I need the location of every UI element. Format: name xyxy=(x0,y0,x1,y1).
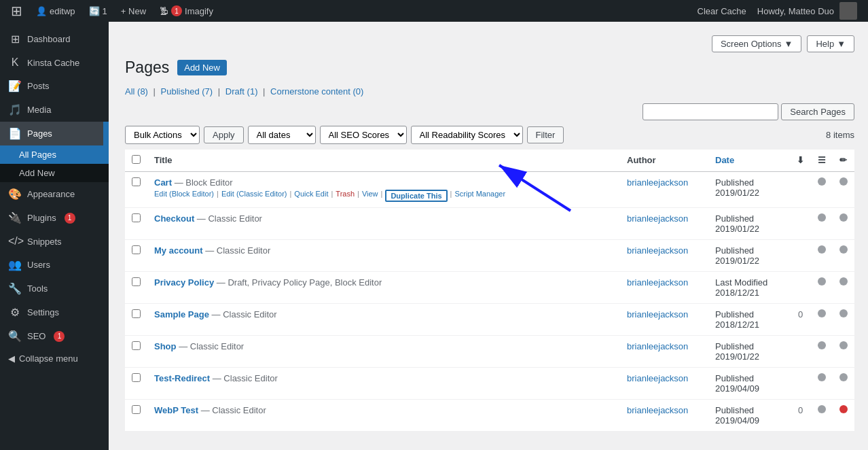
date-cell: Published2019/01/22 xyxy=(708,207,790,239)
sidebar-item-dashboard[interactable]: ⊞ Dashboard xyxy=(0,27,109,51)
title-cell: Checkout — Classic Editor xyxy=(147,207,620,239)
table-row: Shop — Classic EditorbrianleejacksonPubl… xyxy=(125,335,854,367)
sidebar-media-label: Media xyxy=(27,105,51,115)
filter-cornerstone[interactable]: Cornerstone content (0) xyxy=(270,86,363,97)
sidebar-item-add-new-page[interactable]: Add New xyxy=(0,164,109,182)
author-link-0[interactable]: brianleejackson xyxy=(627,177,688,188)
dot1-cell xyxy=(811,207,833,239)
add-new-button[interactable]: Add New xyxy=(177,60,227,75)
sidebar-item-appearance[interactable]: 🎨 Appearance xyxy=(0,182,109,206)
author-link-5[interactable]: brianleejackson xyxy=(627,341,688,351)
sidebar-item-plugins[interactable]: 🔌 Plugins 1 xyxy=(0,206,109,230)
author-link-4[interactable]: brianleejackson xyxy=(627,309,688,319)
action-duplicate: Duplicate This xyxy=(385,190,447,202)
imagify-item[interactable]: 🗜 1 Imagify xyxy=(154,0,219,22)
all-seo-select[interactable]: All SEO Scores xyxy=(320,126,407,144)
help-button[interactable]: Help ▼ xyxy=(807,35,854,52)
num-cell xyxy=(790,239,811,271)
duplicate-this-button[interactable]: Duplicate This xyxy=(385,190,447,202)
active-arrow xyxy=(103,122,109,145)
action-quick-edit: Quick Edit xyxy=(294,190,328,202)
dot2-6 xyxy=(839,373,848,381)
dot1-cell xyxy=(811,271,833,303)
page-title-link-1[interactable]: Checkout xyxy=(154,213,194,224)
apply-button[interactable]: Apply xyxy=(204,126,244,143)
filter-button[interactable]: Filter xyxy=(527,126,564,143)
sidebar-item-kinsta[interactable]: K Kinsta Cache xyxy=(0,51,109,74)
howdy-item[interactable]: Howdy, Matteo Duo xyxy=(752,0,863,22)
sidebar-item-tools[interactable]: 🔧 Tools xyxy=(0,277,109,300)
imagify-label: Imagify xyxy=(185,6,213,16)
page-title-link-5[interactable]: Shop xyxy=(154,341,177,351)
page-title-link-7[interactable]: WebP Test xyxy=(154,405,198,415)
title-header[interactable]: Title xyxy=(147,150,620,172)
all-dates-select[interactable]: All dates xyxy=(248,126,316,144)
script-manager-link[interactable]: Script Manager xyxy=(454,190,505,198)
dot2-3 xyxy=(839,277,848,285)
add-new-page-label: Add New xyxy=(19,168,55,178)
date-header[interactable]: Date xyxy=(708,150,790,172)
filter-all[interactable]: All (8) xyxy=(125,86,148,97)
row-checkbox-6[interactable] xyxy=(132,373,141,382)
date-cell: Published2019/04/09 xyxy=(708,399,790,431)
new-item[interactable]: + New xyxy=(115,0,151,22)
clear-cache-item[interactable]: Clear Cache xyxy=(692,0,752,22)
sidebar-item-posts[interactable]: 📝 Posts xyxy=(0,74,109,98)
date-cell: Published2019/01/22 xyxy=(708,239,790,271)
sidebar-item-snippets[interactable]: </> Snippets xyxy=(0,230,109,253)
collapse-menu[interactable]: ◀ Collapse menu xyxy=(0,348,109,369)
sidebar-item-settings[interactable]: ⚙ Settings xyxy=(0,300,109,324)
sidebar-item-users[interactable]: 👥 Users xyxy=(0,253,109,277)
sidebar-item-all-pages[interactable]: All Pages xyxy=(0,145,109,164)
site-name-item[interactable]: 👤 editwp xyxy=(31,0,81,22)
author-link-6[interactable]: brianleejackson xyxy=(627,373,688,383)
search-input[interactable] xyxy=(643,103,778,120)
dot2-5 xyxy=(839,341,848,349)
row-checkbox-3[interactable] xyxy=(132,277,141,286)
row-checkbox-4[interactable] xyxy=(132,309,141,318)
sep1: | xyxy=(153,86,158,97)
search-pages-button[interactable]: Search Pages xyxy=(781,103,854,120)
wp-logo-item[interactable]: ⊞ xyxy=(5,0,28,22)
quick-edit-link[interactable]: Quick Edit xyxy=(294,190,328,198)
sidebar-item-seo[interactable]: 🔍 SEO 1 xyxy=(0,324,109,348)
edit-block-link[interactable]: Edit (Block Editor) xyxy=(154,190,214,198)
updates-item[interactable]: 🔄 1 xyxy=(84,0,113,22)
edit-classic-link[interactable]: Edit (Classic Editor) xyxy=(221,190,287,198)
view-link[interactable]: View xyxy=(362,190,378,198)
new-label: + New xyxy=(121,6,146,16)
title-cell: Test-Redirect — Classic Editor xyxy=(147,367,620,399)
select-all-checkbox[interactable] xyxy=(132,155,141,164)
author-cell: brianleejackson xyxy=(620,367,708,399)
author-link-2[interactable]: brianleejackson xyxy=(627,245,688,256)
author-link-3[interactable]: brianleejackson xyxy=(627,277,688,288)
sidebar-users-label: Users xyxy=(27,260,50,270)
row-checkbox-7[interactable] xyxy=(132,405,141,414)
trash-link[interactable]: Trash xyxy=(336,190,355,198)
row-checkbox-0[interactable] xyxy=(132,177,141,186)
sidebar-posts-label: Posts xyxy=(27,81,50,91)
row-checkbox-1[interactable] xyxy=(132,213,141,222)
page-title-link-4[interactable]: Sample Page xyxy=(154,309,209,319)
page-title-link-2[interactable]: My account xyxy=(154,245,203,256)
title-cell: My account — Classic Editor xyxy=(147,239,620,271)
sidebar-item-media[interactable]: 🎵 Media xyxy=(0,98,109,122)
date-value-0: 2019/01/22 xyxy=(715,188,759,198)
page-title-link-0[interactable]: Cart xyxy=(154,177,172,188)
author-link-1[interactable]: brianleejackson xyxy=(627,213,688,224)
screen-options-button[interactable]: Screen Options ▼ xyxy=(712,35,801,52)
all-readability-select[interactable]: All Readability Scores xyxy=(411,126,523,144)
date-cell: Published2019/01/22 xyxy=(708,335,790,367)
author-link-7[interactable]: brianleejackson xyxy=(627,405,688,415)
sidebar-item-pages[interactable]: 📄 Pages xyxy=(0,122,109,145)
page-title-link-6[interactable]: Test-Redirect xyxy=(154,373,210,383)
bulk-actions-select[interactable]: Bulk Actions xyxy=(125,126,200,144)
page-title-link-3[interactable]: Privacy Policy xyxy=(154,277,214,288)
row-checkbox-5[interactable] xyxy=(132,341,141,350)
pages-table: Title Author Date ⬇ ☰ ✏ xyxy=(125,150,854,432)
row-checkbox-2[interactable] xyxy=(132,245,141,254)
author-cell: brianleejackson xyxy=(620,239,708,271)
filter-draft[interactable]: Draft (1) xyxy=(225,86,258,97)
filter-published[interactable]: Published (7) xyxy=(161,86,213,97)
posts-icon: 📝 xyxy=(8,80,22,92)
